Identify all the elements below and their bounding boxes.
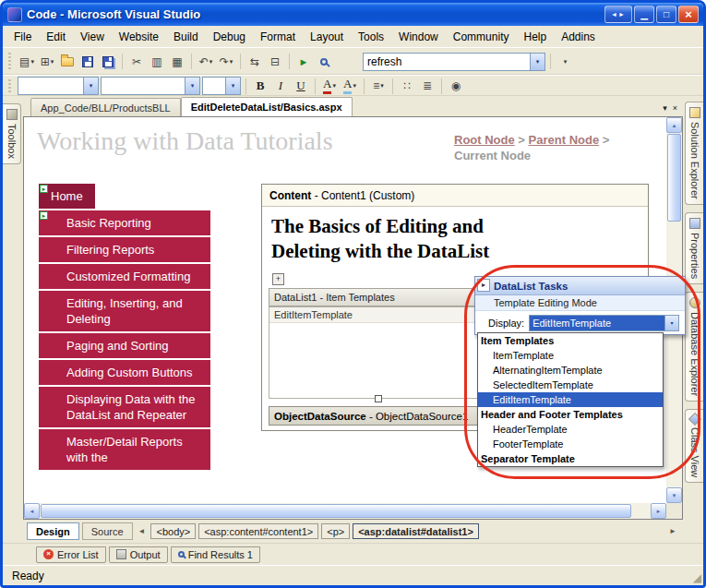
menu-build[interactable]: Build	[166, 28, 206, 46]
font-name-combobox[interactable]: ▾	[101, 77, 200, 95]
close-button[interactable]: ×	[678, 6, 699, 23]
tag-body[interactable]: <body>	[150, 523, 196, 539]
designer-glyph-icon[interactable]: ▸	[40, 185, 48, 193]
dropdown-item[interactable]: ItemTemplate	[478, 348, 663, 363]
toolbar-grip[interactable]	[8, 79, 11, 92]
numbered-list-button[interactable]: ≣	[418, 77, 437, 95]
resize-grip-icon[interactable]: ◢	[693, 571, 701, 584]
tag-asp-datalist[interactable]: <asp:datalist#datalist1>	[353, 523, 479, 539]
toolbox-tab[interactable]: Toolbox	[3, 103, 21, 164]
horizontal-scrollbar[interactable]: ◄ ►	[24, 503, 666, 519]
dropdown-button[interactable]: ▾	[83, 78, 98, 94]
tab-close-button[interactable]: ×	[673, 103, 677, 113]
breadcrumb-parent-link[interactable]: Parent Node	[529, 133, 600, 147]
menu-layout[interactable]: Layout	[303, 28, 351, 46]
tag-scroll-right-icon[interactable]: ►	[666, 527, 679, 535]
display-combobox-value[interactable]: EditItemTemplate	[530, 316, 664, 330]
menu-window[interactable]: Window	[391, 28, 446, 46]
font-size-combobox[interactable]: ▾	[202, 77, 241, 95]
menu-tools[interactable]: Tools	[351, 28, 391, 46]
nav-item-customized-formatting[interactable]: Customized Formatting	[39, 264, 210, 289]
scroll-up-button[interactable]: ▲	[666, 117, 682, 133]
menu-edit[interactable]: Edit	[39, 28, 73, 46]
font-size-input[interactable]	[203, 79, 225, 92]
tab-basics-aspx[interactable]: EditDeleteDataList/Basics.aspx	[181, 97, 353, 116]
add-item-button[interactable]: ⊞▾	[38, 53, 56, 71]
scroll-right-button[interactable]: ►	[651, 503, 666, 519]
dropdown-item[interactable]: AlternatingItemTemplate	[478, 363, 663, 378]
class-view-tab[interactable]: Class View	[685, 409, 703, 483]
nav-item-displaying-data[interactable]: Displaying Data with the DataList and Re…	[39, 387, 210, 427]
nav-item-master-detail[interactable]: Master/Detail Reports with the	[39, 429, 210, 470]
content-placeholder-header[interactable]: Content - Content1 (Custom)	[262, 185, 648, 207]
menu-debug[interactable]: Debug	[206, 28, 253, 46]
tab-products-bll[interactable]: App_Code/BLL/ProductsBLL	[30, 98, 181, 116]
horizontal-scrollbar-thumb[interactable]	[41, 504, 631, 518]
nav-item-adding-custom-buttons[interactable]: Adding Custom Buttons	[39, 360, 210, 385]
bold-button[interactable]: B	[251, 77, 269, 95]
template-edit-region[interactable]: EditItemTemplate	[269, 306, 488, 399]
dropdown-button[interactable]: ▾	[185, 78, 199, 94]
save-button[interactable]	[78, 53, 97, 71]
error-list-tab[interactable]: × Error List	[36, 546, 106, 563]
align-button[interactable]: ≡▾	[369, 77, 388, 95]
copy-button[interactable]: ▥	[148, 53, 166, 71]
titlebar[interactable]: Code - Microsoft Visual Studio ◄► ▁ □ ×	[3, 3, 703, 26]
nav-item-editing-inserting-deleting[interactable]: Editing, Inserting, and Deleting	[39, 291, 210, 331]
italic-button[interactable]: I	[271, 77, 290, 95]
dropdown-item-selected[interactable]: EditItemTemplate	[478, 392, 663, 407]
nav-item-paging-sorting[interactable]: Paging and Sorting	[39, 333, 210, 358]
dropdown-item[interactable]: FooterTemplate	[478, 437, 663, 451]
quick-find-dropdown-button[interactable]: ▾	[530, 54, 544, 70]
tag-p[interactable]: <p>	[321, 523, 350, 539]
menu-file[interactable]: File	[6, 28, 39, 46]
display-combobox-dropdown-button[interactable]: ▾	[664, 316, 678, 330]
dropdown-item[interactable]: SelectedItemTemplate	[478, 378, 663, 392]
dropdown-item[interactable]: HeaderTemplate	[478, 422, 663, 437]
scroll-left-button[interactable]: ◄	[24, 503, 40, 519]
highlight-button[interactable]: A▾	[341, 77, 359, 95]
underline-button[interactable]: U	[292, 77, 310, 95]
smart-tag-collapse-icon[interactable]: ▸	[477, 279, 490, 292]
solution-explorer-tab[interactable]: Solution Explorer	[685, 102, 703, 205]
redo-button[interactable]: ↷▾	[217, 53, 235, 71]
output-tab[interactable]: Output	[109, 546, 168, 563]
toolbar-options-button[interactable]: ▾	[556, 53, 574, 71]
menu-community[interactable]: Community	[446, 28, 517, 46]
tag-scroll-left-icon[interactable]: ◄	[136, 527, 149, 535]
design-view-tab[interactable]: Design	[27, 522, 79, 540]
find-in-files-button[interactable]	[315, 53, 333, 71]
vertical-scrollbar-thumb[interactable]	[667, 134, 681, 222]
resize-handle[interactable]	[375, 395, 382, 402]
quick-find-input[interactable]	[364, 55, 530, 68]
move-handle-icon[interactable]: +	[272, 273, 284, 285]
start-debug-button[interactable]: ►	[294, 53, 313, 71]
menu-view[interactable]: View	[73, 28, 112, 46]
font-color-button[interactable]: A▾	[320, 77, 339, 95]
font-name-input[interactable]	[102, 79, 185, 92]
nav-item-basic-reporting[interactable]: ▸ Basic Reporting	[39, 210, 210, 235]
menu-website[interactable]: Website	[112, 28, 166, 46]
toolbar-grip[interactable]	[8, 53, 11, 70]
comment-button[interactable]: ⊟	[266, 53, 284, 71]
source-view-tab[interactable]: Source	[82, 522, 133, 540]
display-combobox[interactable]: EditItemTemplate ▾	[529, 315, 679, 331]
target-schema-input[interactable]	[18, 79, 83, 92]
scroll-down-button[interactable]: ▼	[666, 487, 682, 503]
hyperlink-button[interactable]: ◉	[447, 77, 465, 95]
dropdown-button[interactable]: ▾	[225, 78, 240, 94]
menu-format[interactable]: Format	[253, 28, 303, 46]
nav-item-filtering-reports[interactable]: Filtering Reports	[39, 237, 210, 262]
minimize-button[interactable]: ▁	[634, 6, 654, 23]
breadcrumb-root-link[interactable]: Root Node	[454, 133, 515, 147]
properties-tab[interactable]: Properties	[685, 212, 703, 284]
restore-button[interactable]: □	[656, 6, 676, 23]
cut-button[interactable]: ✂	[127, 53, 146, 71]
window-shrink-button[interactable]: ◄►	[604, 6, 632, 23]
nav-item-home[interactable]: ▸ Home	[39, 184, 210, 209]
open-file-button[interactable]	[58, 53, 77, 71]
menu-help[interactable]: Help	[516, 28, 554, 46]
database-explorer-tab[interactable]: Database Explorer	[685, 292, 703, 402]
navigate-button[interactable]: ⇆	[245, 53, 264, 71]
target-schema-combobox[interactable]: ▾	[18, 77, 99, 95]
